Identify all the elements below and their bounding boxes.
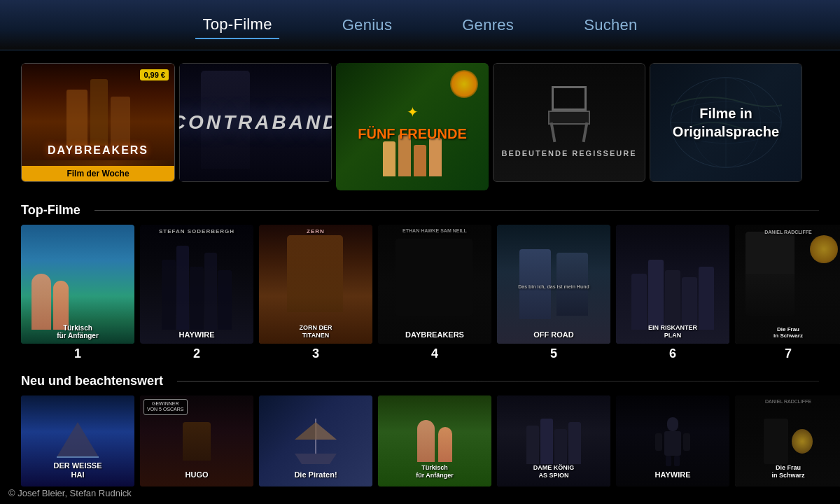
zorn-top-text: ZERN: [259, 228, 372, 234]
bottom-card-3[interactable]: Die Piraten!: [259, 396, 372, 486]
bottom-card-7[interactable]: DANIEL RADCLIFFE Die Frauin Schwarz: [735, 396, 840, 486]
bottom-title-5: DAME KÖNIGAS SPION: [497, 461, 610, 482]
bottom-card-6[interactable]: HAYWIRE: [616, 396, 729, 486]
contraband-title: CONTRABAND: [179, 111, 332, 134]
top-filme-divider: [94, 210, 819, 211]
movie-card-2[interactable]: STEFAN SODERBERGH HAYWIRE 2: [140, 225, 253, 363]
movie-rank-5: 5: [497, 344, 610, 363]
top-filme-title: Top-Filme: [21, 203, 80, 218]
bottom-title-2: HUGO: [140, 468, 253, 482]
movie-rank-4: 4: [378, 344, 491, 363]
bottom-title-4: Türkischfür Anfänger: [378, 461, 491, 482]
movie-title-4: DAYBREAKERS: [378, 330, 491, 340]
featured-section: DAYBREAKERS 0,99 € Film der Woche CONTRA…: [0, 50, 840, 197]
featured-originalsprache[interactable]: Filme in Originalsprache: [650, 63, 802, 190]
svg-rect-14: [683, 433, 690, 451]
movie-card-3[interactable]: ZERN ZORN DERTITANEN 3: [259, 225, 372, 363]
svg-rect-12: [664, 431, 681, 456]
bottom-card-2[interactable]: GEWINNERVON 5 OSCARS HUGO: [140, 396, 253, 486]
bedeutende-regisseure-title: BEDEUTENDE REGISSEURE: [502, 148, 637, 160]
frau-bottom-toptext: DANIEL RADCLIFFE: [735, 399, 840, 404]
movie-card-5[interactable]: OFF ROAD Das bin ich, das ist mein Hund …: [497, 225, 610, 363]
movie-title-5: OFF ROAD: [497, 330, 610, 340]
award-badge: GEWINNERVON 5 OSCARS: [144, 399, 188, 415]
haywire-top-text: STEFAN SODERBERGH: [140, 228, 253, 234]
nav-suchen[interactable]: Suchen: [577, 12, 644, 38]
top-filme-grid: Türkischfür Anfänger 1 STEFAN SODERBERGH…: [0, 222, 840, 368]
frau-toptext: DANIEL RADCLIFFE: [735, 230, 840, 234]
movie-title-7: Die Frauin Schwarz: [735, 326, 840, 340]
movie-title-6: EIN RISKANTERPLAN: [616, 324, 729, 340]
movie-card-4[interactable]: ETHAN HAWKE SAM NEILL DAYBREAKERS 4: [378, 225, 491, 363]
nav-genius[interactable]: Genius: [335, 12, 400, 38]
navigation-bar: Top-Filme Genius Genres Suchen: [0, 0, 840, 50]
funf-freunde-title: FÜNF FREUNDE: [358, 126, 467, 141]
bottom-title-7: Die Frauin Schwarz: [735, 461, 840, 482]
featured-contraband[interactable]: CONTRABAND: [179, 63, 332, 190]
price-badge: 0,99 €: [140, 69, 169, 80]
nav-top-filme[interactable]: Top-Filme: [195, 11, 279, 39]
neu-beachtenswert-grid: DER WEISSEHAI GEWINNERVON 5 OSCARS HUGO …: [0, 393, 840, 489]
daybreakers-poster-toptext: ETHAN HAWKE SAM NEILL: [382, 228, 488, 233]
svg-marker-7: [295, 454, 337, 464]
offroad-subtext: Das bin ich, das ist mein Hund: [497, 284, 610, 289]
movie-rank-2: 2: [140, 344, 253, 363]
nav-genres[interactable]: Genres: [455, 12, 521, 38]
bottom-card-1[interactable]: DER WEISSEHAI: [21, 396, 134, 486]
svg-marker-5: [57, 422, 99, 457]
bottom-card-5[interactable]: DAME KÖNIGAS SPION: [497, 396, 610, 486]
svg-rect-13: [655, 433, 662, 451]
movie-title-2: HAYWIRE: [140, 330, 253, 340]
neu-beachtenswert-divider: [177, 381, 819, 382]
featured-funf-freunde[interactable]: ✦ FÜNF FREUNDE: [336, 63, 489, 190]
svg-marker-9: [316, 422, 337, 440]
movie-card-6[interactable]: EIN RISKANTERPLAN 6: [616, 225, 729, 363]
svg-rect-11: [667, 417, 678, 431]
neu-beachtenswert-header: Neu und beachtenswert: [0, 368, 840, 393]
bottom-title-6: HAYWIRE: [616, 468, 729, 482]
originalsprache-title: Filme in Originalsprache: [664, 104, 788, 141]
movie-rank-6: 6: [616, 344, 729, 363]
svg-marker-10: [295, 422, 316, 440]
movie-title-3: ZORN DERTITANEN: [259, 324, 372, 340]
daybreakers-title: DAYBREAKERS: [48, 144, 148, 156]
film-der-woche-label: Film der Woche: [22, 166, 174, 181]
movie-title-1: Türkischfür Anfänger: [21, 324, 134, 340]
neu-beachtenswert-title: Neu und beachtenswert: [21, 374, 163, 388]
svg-rect-16: [674, 456, 680, 466]
svg-rect-15: [666, 456, 671, 466]
top-filme-header: Top-Filme: [0, 197, 840, 222]
bottom-card-4[interactable]: Türkischfür Anfänger: [378, 396, 491, 486]
featured-bedeutende-regisseure[interactable]: BEDEUTENDE REGISSEURE: [493, 63, 645, 190]
movie-card-7[interactable]: DANIEL RADCLIFFE Die Frauin Schwarz 7: [735, 225, 840, 363]
movie-rank-7: 7: [735, 344, 840, 363]
copyright-text: © Josef Bleier, Stefan Rudnick: [8, 488, 132, 498]
movie-rank-1: 1: [21, 344, 134, 363]
movie-card-1[interactable]: Türkischfür Anfänger 1: [21, 225, 134, 363]
movie-rank-3: 3: [259, 344, 372, 363]
featured-daybreakers[interactable]: DAYBREAKERS 0,99 € Film der Woche: [21, 63, 175, 190]
